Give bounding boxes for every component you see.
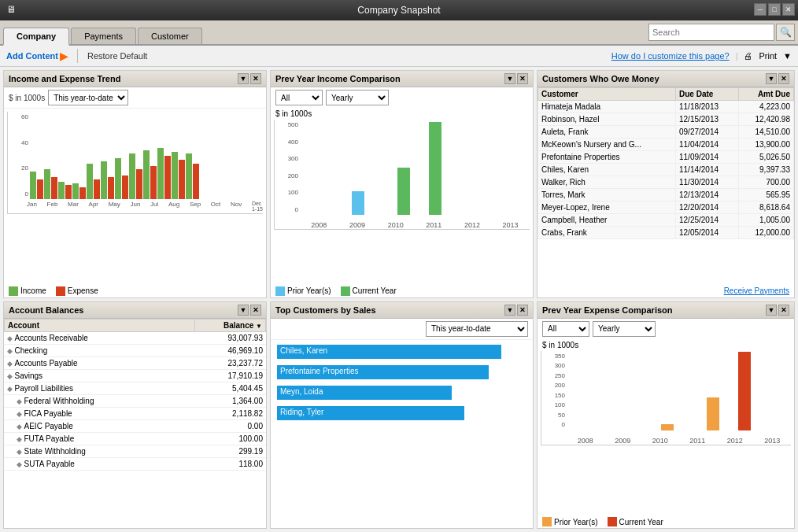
account-row[interactable]: ◆ AEIC Payable 0.00	[4, 419, 266, 432]
account-row[interactable]: ◆ State Withholding 299.19	[4, 445, 266, 457]
accounts-table: ◆ Accounts Receivable 93,007.93 ◆ Checki…	[4, 332, 266, 471]
customer-amt-due: 5,026.50	[739, 151, 794, 164]
prev-income-filter1[interactable]: All	[275, 90, 323, 105]
prev-income-y-label: $ in 1000s	[271, 108, 533, 120]
app-icon: 🖥	[5, 4, 17, 17]
account-name: ◆ State Withholding	[4, 445, 195, 457]
balance-sort-icon[interactable]: ▼	[256, 323, 262, 330]
tab-payments[interactable]: Payments	[71, 28, 136, 44]
top-customer-row[interactable]: Riding, Tyler	[277, 406, 526, 420]
customer-amt-due: 13,900.00	[739, 139, 794, 151]
customer-due-date: 09/27/2014	[676, 126, 739, 139]
accounts-close-btn[interactable]: ✕	[250, 305, 261, 316]
customer-row[interactable]: Himateja Madala 11/18/2013 4,223.00	[538, 101, 794, 113]
top-customers-close-btn[interactable]: ✕	[517, 305, 528, 316]
customer-row[interactable]: Crabs, Frank 12/05/2014 12,000.00	[538, 227, 794, 239]
account-name: ◆ Federal Withholding	[4, 394, 195, 407]
customer-row[interactable]: Robinson, Hazel 12/15/2013 12,420.98	[538, 113, 794, 126]
close-btn[interactable]: ✕	[782, 3, 795, 16]
prev-income-x-axis: 200820092010201120122013	[300, 221, 530, 229]
customer-due-date: 11/30/2014	[676, 176, 739, 189]
account-row[interactable]: ◆ Accounts Payable 23,237.72	[4, 357, 266, 369]
accounts-collapse-btn[interactable]: ▼	[238, 305, 249, 316]
account-row[interactable]: ◆ Accounts Receivable 93,007.93	[4, 332, 266, 345]
tab-customer[interactable]: Customer	[138, 28, 202, 44]
customer-row[interactable]: Chiles, Karen 11/14/2014 9,397.33	[538, 164, 794, 176]
account-balance: 5,404.45	[195, 382, 266, 394]
how-customize-link[interactable]: How do I customize this page?	[611, 51, 730, 61]
receive-payments-link[interactable]: Receive Payments	[538, 284, 794, 297]
account-row[interactable]: ◆ SUTA Payable 118.00	[4, 457, 266, 470]
top-customer-bar: Chiles, Karen	[277, 345, 501, 359]
print-button[interactable]: Print	[759, 51, 777, 61]
account-row[interactable]: ◆ Payroll Liabilities 5,404.45	[4, 382, 266, 394]
top-customer-row[interactable]: Meyn, Loida	[277, 386, 526, 400]
main-grid: Income and Expense Trend ▼ ✕ $ in 1000s …	[0, 67, 798, 532]
account-row[interactable]: ◆ FICA Payable 2,118.82	[4, 407, 266, 419]
customer-row[interactable]: Prefontaine Properties 11/09/2014 5,026.…	[538, 151, 794, 164]
customer-amt-due: 9,397.33	[739, 164, 794, 176]
customers-close-btn[interactable]: ✕	[778, 73, 789, 84]
top-customers-collapse-btn[interactable]: ▼	[504, 305, 515, 316]
tab-company[interactable]: Company	[3, 28, 69, 46]
prev-income-filter2[interactable]: Yearly	[326, 90, 389, 105]
customers-owe-title: Customers Who Owe Money	[542, 74, 659, 83]
search-input[interactable]	[648, 24, 774, 41]
col-balance[interactable]: Balance ▼	[195, 319, 266, 331]
customers-scroll: Customer Due Date Amt Due Himateja Madal…	[538, 87, 794, 284]
maximize-btn[interactable]: □	[768, 3, 781, 16]
toolbar: Add Content ▶ Restore Default How do I c…	[0, 46, 798, 67]
customer-due-date: 12/15/2013	[676, 113, 739, 126]
add-content-arrow: ▶	[60, 50, 68, 62]
iet-period-select[interactable]: This year-to-date	[48, 90, 128, 105]
prev-income-legend: Prior Year(s) Current Year	[271, 285, 533, 297]
search-button[interactable]: 🔍	[776, 24, 795, 41]
prev-expense-header: Prev Year Expense Comparison ▼ ✕	[538, 302, 794, 319]
top-customers-period[interactable]: This year-to-date	[426, 321, 528, 337]
account-name: ◆ FUTA Payable	[4, 432, 195, 445]
account-row[interactable]: ◆ Savings 17,910.19	[4, 369, 266, 382]
col-customer[interactable]: Customer	[538, 88, 676, 101]
account-row[interactable]: ◆ Federal Withholding 1,364.00	[4, 394, 266, 407]
iet-collapse-btn[interactable]: ▼	[238, 73, 249, 84]
top-customer-row[interactable]: Chiles, Karen	[277, 345, 526, 359]
add-content-button[interactable]: Add Content ▶	[6, 50, 68, 62]
prev-expense-filter2[interactable]: Yearly	[593, 321, 656, 337]
iet-panel-header: Income and Expense Trend ▼ ✕	[4, 71, 266, 87]
iet-y-axis: 6040200	[8, 113, 28, 198]
customer-amt-due: 8,618.64	[739, 201, 794, 214]
account-row[interactable]: ◆ Checking 46,969.10	[4, 344, 266, 357]
iet-close-btn[interactable]: ✕	[250, 73, 261, 84]
customer-row[interactable]: McKeown's Nursery and G... 11/04/2014 13…	[538, 139, 794, 151]
print-dropdown-icon[interactable]: ▼	[783, 51, 792, 61]
prev-expense-collapse-btn[interactable]: ▼	[766, 305, 777, 316]
prev-expense-panel: Prev Year Expense Comparison ▼ ✕ All Yea…	[537, 301, 795, 530]
top-customer-bar: Riding, Tyler	[277, 406, 464, 420]
customers-collapse-btn[interactable]: ▼	[766, 73, 777, 84]
top-customer-row[interactable]: Prefontaine Properties	[277, 365, 526, 379]
col-account[interactable]: Account	[5, 319, 195, 331]
bar-group-mar	[58, 182, 72, 199]
col-amt-due[interactable]: Amt Due	[739, 88, 794, 101]
customer-row[interactable]: Walker, Rich 11/30/2014 700.00	[538, 176, 794, 189]
account-name: ◆ Accounts Payable	[4, 357, 195, 369]
prev-income-close-btn[interactable]: ✕	[517, 73, 528, 84]
customer-amt-due: 700.00	[739, 176, 794, 189]
customer-row[interactable]: Torres, Mark 12/13/2014 565.95	[538, 189, 794, 201]
app-container: Company Payments Customer 🔍 Add Content …	[0, 20, 798, 532]
title-bar: 🖥 Company Snapshot ─ □ ✕	[0, 0, 798, 20]
customers-owe-panel: Customers Who Owe Money ▼ ✕ Customer Due…	[537, 70, 795, 298]
restore-default-button[interactable]: Restore Default	[87, 51, 147, 61]
account-balance: 93,007.93	[195, 332, 266, 345]
col-due-date[interactable]: Due Date	[676, 88, 739, 101]
account-row[interactable]: ◆ FUTA Payable 100.00	[4, 432, 266, 445]
prev-income-collapse-btn[interactable]: ▼	[504, 73, 515, 84]
customer-row[interactable]: Auleta, Frank 09/27/2014 14,510.00	[538, 126, 794, 139]
minimize-btn[interactable]: ─	[754, 3, 767, 16]
customer-row[interactable]: Campbell, Heather 12/25/2014 1,005.00	[538, 214, 794, 227]
prev-expense-close-btn[interactable]: ✕	[778, 305, 789, 316]
customer-name: McKeown's Nursery and G...	[538, 139, 676, 151]
customer-row[interactable]: Meyer-Lopez, Irene 12/20/2014 8,618.64	[538, 201, 794, 214]
prev-expense-filter1[interactable]: All	[542, 321, 589, 337]
window-controls[interactable]: ─ □ ✕	[754, 3, 795, 16]
